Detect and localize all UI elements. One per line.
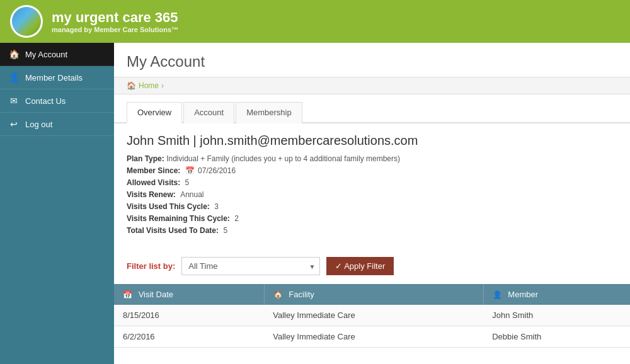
- facility-th-icon: 🏠: [273, 290, 283, 299]
- cell-member: John Smith: [483, 305, 630, 326]
- filter-section: Filter list by: All Time Last 30 Days La…: [114, 248, 630, 284]
- plan-type: Plan Type: Individual + Family (includes…: [127, 154, 617, 163]
- sidebar-label-contact-us: Contact Us: [25, 96, 66, 106]
- breadcrumb-home-label[interactable]: Home: [139, 81, 159, 90]
- logout-icon: ↩: [9, 119, 19, 129]
- app-header: my urgent care 365 managed by Member Car…: [0, 0, 630, 43]
- breadcrumb-separator: ›: [161, 81, 164, 90]
- filter-select[interactable]: All Time Last 30 Days Last 6 Months Last…: [181, 257, 320, 275]
- home-icon: 🏠: [9, 49, 19, 59]
- sidebar-label-member-details: Member Details: [25, 73, 83, 82]
- app-subtitle: managed by Member Care Solutions™: [52, 26, 178, 33]
- app-name: my urgent care 365: [52, 9, 178, 26]
- cell-facility: Valley Immediate Care: [264, 326, 483, 348]
- cell-visit-date: 6/2/2016: [114, 326, 264, 348]
- user-icon: 👤: [9, 72, 19, 82]
- sidebar-label-my-account: My Account: [25, 50, 67, 59]
- visits-remaining: Visits Remaining This Cycle: 2: [127, 214, 617, 223]
- sidebar: 🏠 My Account 👤 Member Details ✉ Contact …: [0, 43, 114, 364]
- tab-membership[interactable]: Membership: [236, 102, 302, 123]
- filter-label: Filter list by:: [127, 261, 175, 271]
- breadcrumb: 🏠 Home ›: [114, 77, 630, 94]
- member-since: Member Since: 📅 07/26/2016: [127, 166, 617, 175]
- header-text: my urgent care 365 managed by Member Car…: [52, 9, 178, 33]
- sidebar-item-my-account[interactable]: 🏠 My Account: [0, 43, 114, 66]
- tab-account[interactable]: Account: [183, 102, 234, 123]
- app-logo: [10, 5, 43, 38]
- col-facility: 🏠 Facility: [264, 284, 483, 305]
- content-inner: My Account 🏠 Home › Overview Account Mem…: [114, 43, 630, 364]
- cell-facility: Valley Immediate Care: [264, 305, 483, 326]
- contact-icon: ✉: [9, 96, 19, 106]
- table-row: 8/15/2016 Valley Immediate Care John Smi…: [114, 305, 630, 326]
- total-visits: Total Visits Used To Date: 5: [127, 226, 617, 235]
- page-title: My Account: [114, 43, 630, 77]
- sidebar-label-log-out: Log out: [25, 120, 52, 129]
- visits-renew: Visits Renew: Annual: [127, 190, 617, 199]
- table-row: 6/2/2016 Valley Immediate Care Debbie Sm…: [114, 326, 630, 348]
- filter-select-wrapper: All Time Last 30 Days Last 6 Months Last…: [181, 257, 320, 275]
- tab-overview[interactable]: Overview: [127, 102, 182, 123]
- sidebar-item-contact-us[interactable]: ✉ Contact Us: [0, 89, 114, 113]
- visits-used: Visits Used This Cycle: 3: [127, 202, 617, 211]
- content-area: My Account 🏠 Home › Overview Account Mem…: [114, 43, 630, 364]
- visits-table: 📅 Visit Date 🏠 Facility 👤 Member: [114, 284, 630, 348]
- cell-visit-date: 8/15/2016: [114, 305, 264, 326]
- profile-name: John Smith | john.smith@membercaresoluti…: [127, 134, 617, 148]
- main-layout: 🏠 My Account 👤 Member Details ✉ Contact …: [0, 43, 630, 364]
- col-visit-date: 📅 Visit Date: [114, 284, 264, 305]
- profile-section: John Smith | john.smith@membercaresoluti…: [114, 123, 630, 248]
- apply-filter-button[interactable]: ✓ Apply Filter: [326, 257, 394, 275]
- sidebar-item-log-out[interactable]: ↩ Log out: [0, 113, 114, 136]
- calendar-th-icon: 📅: [123, 290, 132, 299]
- breadcrumb-home-icon: 🏠: [127, 81, 136, 90]
- sidebar-item-member-details[interactable]: 👤 Member Details: [0, 66, 114, 89]
- col-member: 👤 Member: [483, 284, 630, 305]
- tabs-bar: Overview Account Membership: [114, 94, 630, 123]
- calendar-icon: 📅: [185, 166, 195, 175]
- allowed-visits: Allowed Visits: 5: [127, 178, 617, 187]
- member-th-icon: 👤: [493, 290, 502, 299]
- cell-member: Debbie Smith: [483, 326, 630, 348]
